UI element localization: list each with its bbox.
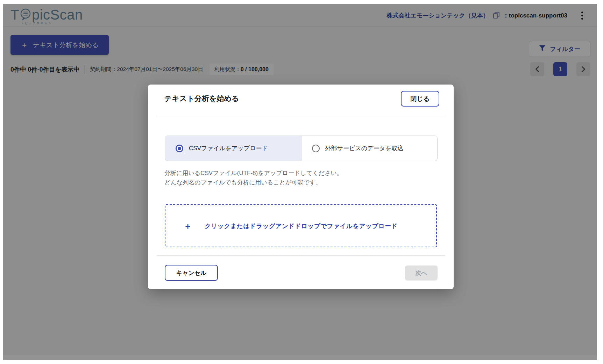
dropzone-label: クリックまたはドラッグアンドドロップでファイルをアップロード	[205, 222, 398, 230]
option-csv-upload-label: CSVファイルをアップロード	[189, 144, 268, 152]
start-analysis-modal: テキスト分析を始める 閉じる CSVファイルをアップロード 外部サービスのデータ…	[148, 85, 454, 289]
modal-title: テキスト分析を始める	[164, 94, 239, 103]
upload-description: 分析に用いるCSVファイル(UTF-8)をアップロードしてください。 どんな列名…	[164, 168, 343, 187]
modal-footer-divider	[156, 255, 445, 256]
source-type-segmented-control: CSVファイルをアップロード 外部サービスのデータを取込	[165, 136, 438, 161]
option-csv-upload[interactable]: CSVファイルをアップロード	[165, 136, 302, 161]
cancel-button[interactable]: キャンセル	[165, 265, 218, 281]
modal-header-divider	[156, 116, 445, 116]
screen: T picScan トピックスキャン 株式会社エモーシ	[0, 0, 603, 364]
option-external-service-label: 外部サービスのデータを取込	[325, 144, 404, 152]
upload-description-line2: どんな列名のファイルでも分析に用いることが可能です。	[164, 178, 343, 187]
plus-icon: ＋	[184, 220, 192, 232]
next-button[interactable]: 次へ	[405, 265, 438, 281]
file-dropzone[interactable]: ＋ クリックまたはドラッグアンドドロップでファイルをアップロード	[165, 204, 437, 247]
radio-unselected-icon	[312, 145, 320, 152]
radio-selected-icon	[176, 145, 183, 152]
upload-description-line1: 分析に用いるCSVファイル(UTF-8)をアップロードしてください。	[164, 168, 343, 178]
close-button[interactable]: 閉じる	[401, 91, 439, 107]
option-external-service[interactable]: 外部サービスのデータを取込	[302, 136, 438, 161]
